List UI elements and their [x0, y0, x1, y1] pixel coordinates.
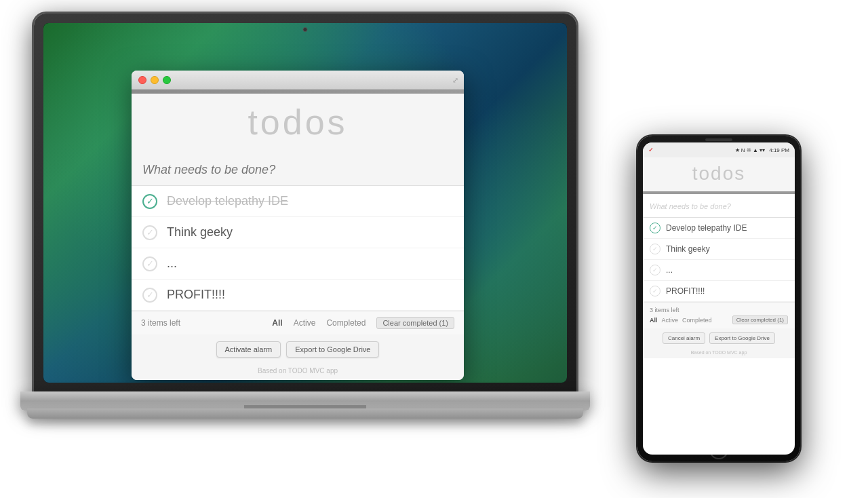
phone-speaker — [705, 138, 732, 141]
laptop-wallpaper: ⤢ todos — [43, 23, 567, 383]
phone-todo-items: Develop telepathy IDE Think geeky ... PR… — [643, 218, 795, 302]
window-close-button[interactable] — [138, 76, 146, 84]
todo-item-text-4: PROFIT!!!! — [167, 288, 225, 302]
phone-red-check: ✓ — [648, 147, 654, 153]
export-button[interactable]: Export to Google Drive — [286, 341, 379, 358]
phone-item-text-1: Develop telepathy IDE — [666, 223, 747, 233]
phone: ✓ ★ N ❊ ▲ ▾▾ 4:19 PM todos What needs to… — [637, 136, 800, 461]
todo-checkbox-2[interactable] — [142, 225, 157, 240]
phone-cancel-alarm-button[interactable]: Cancel alarm — [663, 332, 705, 344]
filter-buttons: All Active Completed — [269, 317, 368, 329]
todo-item: Develop telepathy IDE — [132, 186, 464, 217]
status-bar-left: ✓ — [648, 147, 654, 153]
activate-alarm-button[interactable]: Activate alarm — [216, 341, 281, 358]
phone-filter-all[interactable]: All — [650, 317, 658, 324]
todo-input-area — [132, 155, 464, 186]
window-maximize-button[interactable] — [163, 76, 171, 84]
status-icons: ★ N ❊ ▲ ▾▾ — [735, 147, 766, 153]
status-time: 4:19 PM — [769, 147, 789, 153]
phone-body: ✓ ★ N ❊ ▲ ▾▾ 4:19 PM todos What needs to… — [637, 136, 800, 461]
window-titlebar: ⤢ — [132, 71, 464, 90]
todo-item-text-2: Think geeky — [167, 225, 233, 240]
todo-item: Think geeky — [132, 217, 464, 248]
phone-based-on: Based on TODO MVC app — [643, 348, 795, 358]
phone-items-left: 3 items left — [650, 307, 679, 313]
laptop: ⤢ todos — [34, 14, 590, 475]
phone-footer-row: 3 items left — [650, 307, 788, 313]
laptop-screen-bezel: ⤢ todos — [43, 23, 567, 383]
filter-active-button[interactable]: Active — [291, 317, 319, 329]
todo-footer: 3 items left All Active Completed Clear … — [132, 311, 464, 334]
phone-item-text-3: ... — [666, 265, 673, 275]
phone-footer: 3 items left All Active Completed Clear … — [643, 302, 795, 328]
todo-items-list: Develop telepathy IDE Think geeky ... — [132, 186, 464, 311]
phone-todo-item: ... — [643, 260, 795, 281]
phone-filter-active[interactable]: Active — [662, 317, 679, 324]
todo-item-text-1: Develop telepathy IDE — [167, 194, 288, 208]
phone-todo-item: Think geeky — [643, 239, 795, 260]
phone-export-button[interactable]: Export to Google Drive — [709, 332, 775, 344]
todo-input[interactable] — [142, 163, 453, 177]
clear-completed-button[interactable]: Clear completed (1) — [376, 317, 454, 329]
laptop-base — [20, 391, 590, 410]
todo-item-text-3: ... — [167, 256, 177, 271]
phone-status-bar: ✓ ★ N ❊ ▲ ▾▾ 4:19 PM — [643, 142, 795, 157]
phone-checkbox-4[interactable] — [650, 286, 660, 296]
todo-window-laptop: ⤢ todos — [132, 71, 464, 380]
phone-checkbox-3[interactable] — [650, 265, 660, 275]
phone-input-placeholder: What needs to be done? — [650, 202, 731, 210]
laptop-body: ⤢ todos — [34, 14, 576, 400]
expand-icon: ⤢ — [452, 75, 458, 84]
items-left-count: 3 items left — [141, 318, 269, 328]
todo-checkbox-1[interactable] — [142, 194, 157, 209]
phone-screen: ✓ ★ N ❊ ▲ ▾▾ 4:19 PM todos What needs to… — [643, 142, 795, 455]
phone-input-area: What needs to be done? — [643, 194, 795, 218]
based-on-text: Based on TODO MVC app — [132, 364, 464, 380]
app-title: todos — [132, 94, 464, 155]
based-on-label: Based on TODO MVC app — [258, 367, 338, 375]
phone-todo-item: PROFIT!!!! — [643, 281, 795, 302]
phone-checkbox-2[interactable] — [650, 244, 660, 254]
phone-clear-button[interactable]: Clear completed (1) — [732, 315, 788, 324]
phone-item-text-4: PROFIT!!!! — [666, 286, 705, 296]
scene: ⤢ todos — [0, 0, 868, 498]
phone-todo-item: Develop telepathy IDE — [643, 218, 795, 239]
phone-based-on-label: Based on TODO MVC app — [691, 350, 747, 355]
bottom-action-buttons: Activate alarm Export to Google Drive — [132, 334, 464, 364]
todo-checkbox-3[interactable] — [142, 256, 157, 271]
phone-filter-buttons: All Active Completed — [650, 317, 712, 324]
laptop-camera — [303, 27, 308, 32]
status-bar-right: ★ N ❊ ▲ ▾▾ 4:19 PM — [735, 147, 789, 153]
filter-all-button[interactable]: All — [269, 317, 285, 329]
phone-filter-completed[interactable]: Completed — [682, 317, 712, 324]
phone-item-text-2: Think geeky — [666, 244, 710, 254]
todo-item: ... — [132, 248, 464, 280]
phone-checkbox-1[interactable] — [650, 223, 660, 233]
todo-checkbox-4[interactable] — [142, 288, 157, 303]
filter-completed-button[interactable]: Completed — [323, 317, 368, 329]
phone-app-title: todos — [643, 157, 795, 191]
laptop-bottom-edge — [27, 408, 583, 419]
todo-item: PROFIT!!!! — [132, 280, 464, 311]
window-minimize-button[interactable] — [151, 76, 159, 84]
phone-bottom-buttons: Cancel alarm Export to Google Drive — [643, 328, 795, 348]
